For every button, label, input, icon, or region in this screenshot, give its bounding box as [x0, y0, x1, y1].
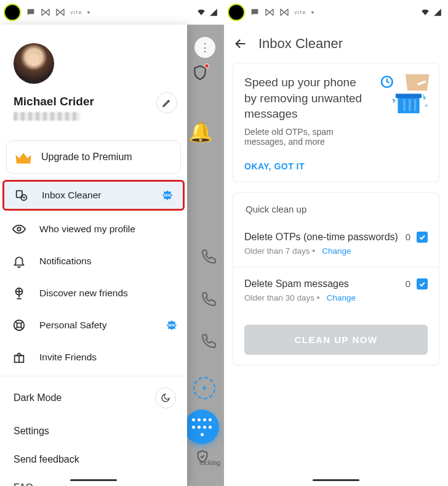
- globe-stand-icon: [12, 286, 26, 300]
- cleanup-row-spam[interactable]: Delete Spam messages 0 Older than 30 day…: [244, 270, 428, 311]
- scrim[interactable]: ⋮ 🔔 + locking: [187, 25, 224, 486]
- gift-icon: [12, 350, 26, 364]
- promo-dismiss-button[interactable]: OKAY, GOT IT: [244, 161, 305, 171]
- menu-label: Discover new friends: [39, 288, 128, 299]
- svg-rect-15: [396, 94, 422, 98]
- darkmode-label: Dark Mode: [14, 392, 62, 403]
- svg-marker-21: [425, 103, 428, 107]
- new-chat-button[interactable]: +: [193, 377, 215, 399]
- status-bar: VITE: [0, 0, 224, 25]
- menu-label: Inbox Cleaner: [42, 190, 102, 201]
- row-subtext: Older than 7 days •: [244, 246, 315, 256]
- nav-handle[interactable]: [70, 479, 117, 481]
- call-icon[interactable]: [201, 248, 217, 264]
- status-dot-icon: [87, 11, 90, 14]
- status-avatar: [4, 4, 21, 21]
- menu-item-inbox-cleaner[interactable]: Inbox Cleaner NEW: [2, 180, 185, 211]
- row-divider: [233, 267, 439, 267]
- svg-point-4: [17, 227, 21, 231]
- faq-label: FAQ: [14, 482, 33, 486]
- nav-handle[interactable]: [313, 479, 359, 481]
- mail-icon: [265, 7, 274, 17]
- row-checkbox[interactable]: [417, 278, 428, 290]
- menu-item-invite[interactable]: Invite Friends: [0, 341, 187, 373]
- dialpad-fab[interactable]: [185, 410, 219, 444]
- profile-name: Michael Crider: [14, 95, 177, 108]
- trash-illustration-icon: [377, 72, 431, 116]
- status-avatar: [228, 4, 245, 21]
- bell-icon: [12, 254, 26, 268]
- menu-item-safety[interactable]: Personal Safety NEW: [0, 309, 187, 341]
- svg-rect-18: [414, 99, 417, 111]
- lifebuoy-icon: [12, 318, 26, 332]
- signal-icon: [209, 8, 218, 17]
- profile-sub-blurred: [14, 112, 80, 121]
- svg-marker-20: [393, 98, 396, 103]
- chat-icon: [26, 7, 36, 17]
- menu-label: Personal Safety: [39, 320, 106, 331]
- mail-icon-2: [55, 7, 65, 17]
- phone-cleaner-screen: VITE Inbox Cleaner Speed up your phone b…: [224, 0, 448, 486]
- signal-icon: [433, 8, 442, 17]
- crown-icon: [14, 150, 33, 164]
- status-vite-text: VITE: [70, 10, 82, 15]
- row-title: Delete Spam messages: [244, 278, 349, 290]
- svg-rect-16: [403, 99, 406, 111]
- back-button[interactable]: [234, 37, 247, 51]
- cleanup-row-otp[interactable]: Delete OTPs (one-time passwords) 0 Older…: [244, 223, 428, 264]
- menu-item-discover[interactable]: Discover new friends: [0, 277, 187, 309]
- upgrade-premium-card[interactable]: Upgrade to Premium: [6, 140, 181, 174]
- section-title: Quick clean up: [244, 204, 428, 223]
- navigation-drawer: Michael Crider Upgrade to Premium Inbox …: [0, 25, 187, 486]
- mail-icon-2: [279, 7, 289, 17]
- clean-up-now-button[interactable]: CLEAN UP NOW: [244, 325, 428, 355]
- new-badge-icon: NEW: [162, 190, 173, 201]
- svg-rect-17: [409, 99, 411, 111]
- row-subtext: Older than 30 days •: [244, 293, 320, 302]
- svg-text:NEW: NEW: [164, 194, 171, 197]
- svg-point-7: [17, 323, 21, 327]
- feedback-label: Send feedback: [14, 454, 79, 465]
- change-link[interactable]: Change: [322, 246, 351, 256]
- wifi-icon: [421, 8, 430, 17]
- menu-label: Who viewed my profile: [39, 224, 135, 235]
- menu-item-feedback[interactable]: Send feedback: [0, 445, 187, 474]
- eye-icon: [12, 222, 26, 236]
- change-link[interactable]: Change: [327, 293, 356, 302]
- shield-icon[interactable]: [192, 65, 208, 83]
- bell-promo-icon: 🔔: [188, 120, 215, 147]
- row-count: 0: [406, 278, 410, 289]
- premium-label: Upgrade to Premium: [41, 152, 132, 163]
- screen-header: Inbox Cleaner: [233, 30, 439, 63]
- svg-marker-19: [423, 94, 426, 100]
- new-badge-icon: NEW: [166, 320, 177, 331]
- svg-text:NEW: NEW: [168, 324, 175, 327]
- settings-label: Settings: [14, 426, 49, 437]
- page-title: Inbox Cleaner: [258, 36, 343, 52]
- phone-drawer-screen: VITE ⋮ 🔔: [0, 0, 224, 486]
- promo-subtitle: Delete old OTPs, spam messages, and more: [244, 127, 428, 147]
- menu-item-settings[interactable]: Settings: [0, 417, 187, 445]
- row-count: 0: [406, 232, 410, 242]
- profile-avatar[interactable]: [14, 43, 54, 84]
- menu-label: Notifications: [39, 256, 91, 267]
- status-dot-icon: [311, 11, 314, 14]
- status-bar: VITE: [224, 0, 448, 25]
- profile-section[interactable]: Michael Crider: [0, 25, 187, 128]
- menu-label: Invite Friends: [39, 352, 97, 363]
- blocking-label: locking: [199, 459, 220, 466]
- darkmode-toggle[interactable]: [155, 387, 176, 408]
- menu-item-notifications[interactable]: Notifications: [0, 245, 187, 277]
- menu-item-who-viewed[interactable]: Who viewed my profile: [0, 213, 187, 245]
- call-icon[interactable]: [201, 333, 217, 349]
- call-icon[interactable]: [201, 291, 217, 307]
- row-checkbox[interactable]: [417, 232, 428, 243]
- status-vite-text: VITE: [294, 10, 306, 15]
- menu-item-darkmode[interactable]: Dark Mode: [0, 379, 187, 417]
- mail-icon: [41, 7, 50, 17]
- row-title: Delete OTPs (one-time passwords): [244, 232, 398, 243]
- edit-profile-button[interactable]: [156, 92, 177, 113]
- chat-icon: [250, 7, 260, 17]
- wifi-icon: [197, 8, 206, 17]
- more-menu-button[interactable]: ⋮: [194, 37, 215, 58]
